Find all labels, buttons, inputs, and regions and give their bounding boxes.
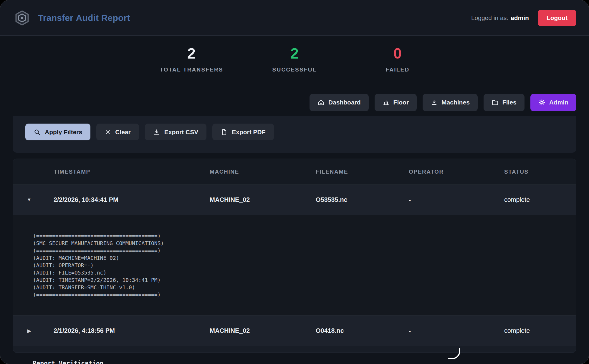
app-window: Transfer Audit Report Logged in as:admin… xyxy=(0,0,589,364)
stats-summary: 2 TOTAL TRANSFERS 2 SUCCESSFUL 0 FAILED xyxy=(0,36,589,89)
button-label: Export CSV xyxy=(164,129,198,136)
stat-value: 2 xyxy=(140,46,243,62)
column-header-filename: FILENAME xyxy=(307,159,401,185)
stat-label: FAILED xyxy=(346,67,449,73)
logged-in-status: Logged in as:admin xyxy=(471,14,529,21)
table-row[interactable]: ▶ 2/1/2026, 4:18:56 PM MACHINE_02 O0418.… xyxy=(13,316,576,346)
home-icon xyxy=(317,99,325,106)
stat-total-transfers: 2 TOTAL TRANSFERS xyxy=(140,46,243,73)
timestamp-cell: 2/1/2026, 4:18:56 PM xyxy=(45,316,201,346)
filter-actions: Apply Filters Clear Export CSV xyxy=(13,116,576,153)
machine-cell: MACHINE_02 xyxy=(201,185,307,215)
brand: Transfer Audit Report xyxy=(13,7,130,29)
timestamp-cell: 2/2/2026, 10:34:41 PM xyxy=(45,185,201,215)
button-label: Export PDF xyxy=(232,129,265,136)
nav-label: Admin xyxy=(549,99,568,106)
logout-button[interactable]: Logout xyxy=(538,10,576,26)
page-title: Transfer Audit Report xyxy=(38,13,130,23)
operator-cell: - xyxy=(401,316,496,346)
download-icon xyxy=(153,129,160,136)
stat-value: 0 xyxy=(346,46,449,62)
audit-table: TIMESTAMP MACHINE FILENAME OPERATOR STAT… xyxy=(13,159,576,353)
app-header: Transfer Audit Report Logged in as:admin… xyxy=(0,0,589,36)
main-nav: Dashboard Floor Machines xyxy=(0,89,589,116)
apply-filters-button[interactable]: Apply Filters xyxy=(25,124,90,140)
nav-label: Files xyxy=(502,99,517,106)
document-icon xyxy=(221,129,228,136)
button-label: Apply Filters xyxy=(45,129,82,136)
stat-failed: 0 FAILED xyxy=(346,46,449,73)
corner-flourish-decoration xyxy=(448,348,460,359)
machine-cell: MACHINE_02 xyxy=(201,316,307,346)
nav-label: Machines xyxy=(441,99,470,106)
nav-machines-button[interactable]: Machines xyxy=(423,94,478,111)
report-verification-title: Report Verification xyxy=(33,360,576,364)
export-pdf-button[interactable]: Export PDF xyxy=(212,124,274,140)
column-header-status: STATUS xyxy=(496,159,576,185)
machine-icon xyxy=(431,99,438,106)
operator-cell: - xyxy=(401,185,496,215)
nav-floor-button[interactable]: Floor xyxy=(375,94,417,111)
filename-cell: O53535.nc xyxy=(307,185,401,215)
status-cell: complete xyxy=(496,185,576,215)
clear-filters-button[interactable]: Clear xyxy=(96,124,139,140)
filename-cell: O0418.nc xyxy=(307,316,401,346)
username: admin xyxy=(511,14,529,21)
column-header-operator: OPERATOR xyxy=(401,159,496,185)
stat-label: TOTAL TRANSFERS xyxy=(140,67,243,73)
nav-label: Floor xyxy=(393,99,409,106)
nav-files-button[interactable]: Files xyxy=(484,94,525,111)
stat-label: SUCCESSFUL xyxy=(243,67,346,73)
table-header-row: TIMESTAMP MACHINE FILENAME OPERATOR STAT… xyxy=(13,159,576,185)
button-label: Clear xyxy=(115,129,131,136)
nav-admin-button[interactable]: Admin xyxy=(530,94,576,111)
app-logo-icon xyxy=(13,9,32,27)
bar-chart-icon xyxy=(383,99,390,106)
status-cell: complete xyxy=(496,316,576,346)
column-header-timestamp: TIMESTAMP xyxy=(45,159,201,185)
collapse-row-icon[interactable]: ▼ xyxy=(27,197,32,202)
export-csv-button[interactable]: Export CSV xyxy=(145,124,207,140)
folder-icon xyxy=(492,99,499,106)
nav-dashboard-button[interactable]: Dashboard xyxy=(310,94,369,111)
report-verification-section: Report Verification xyxy=(13,360,576,364)
stat-value: 2 xyxy=(243,46,346,62)
search-icon xyxy=(34,129,41,136)
column-header-machine: MACHINE xyxy=(201,159,307,185)
table-row[interactable]: ▼ 2/2/2026, 10:34:41 PM MACHINE_02 O5353… xyxy=(13,185,576,215)
stat-successful: 2 SUCCESSFUL xyxy=(243,46,346,73)
audit-detail-text: (======================================)… xyxy=(33,232,564,298)
expand-row-icon[interactable]: ▶ xyxy=(27,328,31,334)
gear-icon xyxy=(538,99,545,106)
nav-label: Dashboard xyxy=(328,99,361,106)
header-right: Logged in as:admin Logout xyxy=(471,10,576,26)
expander-column-header xyxy=(13,159,45,185)
close-x-icon xyxy=(105,129,111,135)
audit-detail-panel: (======================================)… xyxy=(13,215,576,316)
